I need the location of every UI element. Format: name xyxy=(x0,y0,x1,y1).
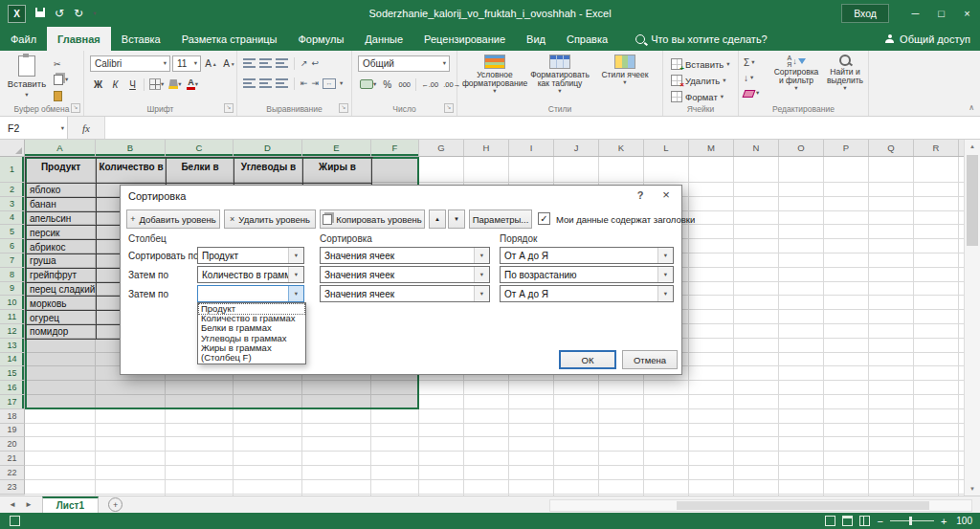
tab-Разметка страницы[interactable]: Разметка страницы xyxy=(171,27,288,51)
cell-A11[interactable]: огурец xyxy=(26,311,97,325)
align-top-icon[interactable] xyxy=(243,58,256,68)
column-header-E[interactable]: E xyxy=(302,140,371,156)
column-header-D[interactable]: D xyxy=(234,140,302,156)
font-name-select[interactable]: Calibri▾ xyxy=(90,55,170,72)
signin-button[interactable]: Вход xyxy=(841,4,889,23)
sort-filter-button[interactable]: АЯ↓ Сортировка и фильтр ▾ xyxy=(771,55,821,108)
column-header-C[interactable]: C xyxy=(166,140,234,156)
row-header-14[interactable]: 14 xyxy=(0,353,25,367)
horizontal-scrollbar[interactable] xyxy=(549,499,972,512)
combo-arrow-icon[interactable]: ▾ xyxy=(474,267,489,282)
italic-button[interactable]: К xyxy=(107,77,123,92)
wrap-text-icon[interactable]: ↩ xyxy=(312,58,320,68)
dialog-close-icon[interactable]: × xyxy=(658,187,674,202)
merge-center-icon[interactable] xyxy=(323,78,336,89)
sort-on-select-2[interactable]: Значения ячеек▾ xyxy=(320,266,490,283)
clear-button[interactable]: ▾ xyxy=(744,87,759,99)
column-header-I[interactable]: I xyxy=(509,140,554,156)
row-header-20[interactable]: 20 xyxy=(0,437,25,452)
move-level-up-button[interactable]: ▲ xyxy=(429,209,446,229)
row-header-6[interactable]: 6 xyxy=(0,239,25,253)
tab-Файл[interactable]: Файл xyxy=(0,27,47,51)
row-header-23[interactable]: 23 xyxy=(0,480,25,495)
options-button[interactable]: Параметры... xyxy=(469,209,532,229)
header-cell-B1[interactable]: Количество в xyxy=(97,158,167,184)
vertical-scroll-thumb[interactable] xyxy=(967,155,978,246)
undo-icon[interactable]: ↺ xyxy=(55,7,64,20)
header-cell-C1[interactable]: Белки в xyxy=(167,158,234,184)
sort-on-select-3[interactable]: Значения ячеек▾ xyxy=(320,285,490,302)
sheet-nav-left-icon[interactable]: ◄ xyxy=(9,500,16,509)
tab-Рецензирование[interactable]: Рецензирование xyxy=(413,27,516,51)
vertical-scrollbar[interactable]: ▲ ▼ xyxy=(964,140,980,496)
decrease-indent-icon[interactable]: ⇤ xyxy=(301,78,308,88)
currency-format-button[interactable]: ▾ xyxy=(358,77,378,92)
row-header-21[interactable]: 21 xyxy=(0,452,25,466)
combo-arrow-icon[interactable]: ▾ xyxy=(288,286,303,301)
column-header-J[interactable]: J xyxy=(554,140,599,156)
normal-view-icon[interactable] xyxy=(825,516,835,526)
underline-button[interactable]: Ч xyxy=(124,77,141,92)
save-icon[interactable] xyxy=(35,7,45,20)
order-select-3[interactable]: От А до Я▾ xyxy=(500,285,674,302)
column-header-O[interactable]: O xyxy=(779,140,824,156)
autosum-button[interactable]: Σ▾ xyxy=(744,56,759,69)
ok-button[interactable]: ОК xyxy=(559,350,616,369)
delete-level-button[interactable]: ×Удалить уровень xyxy=(224,209,316,229)
row-header-1[interactable]: 1 xyxy=(0,157,25,183)
row-header-19[interactable]: 19 xyxy=(0,424,25,438)
add-sheet-button[interactable]: + xyxy=(108,497,122,512)
insert-cells-button[interactable]: Вставить ▾ xyxy=(671,57,730,71)
sort-on-select-1[interactable]: Значения ячеек▾ xyxy=(320,247,490,264)
combo-arrow-icon[interactable]: ▾ xyxy=(288,267,303,282)
maximize-icon[interactable]: □ xyxy=(928,0,954,27)
tab-Вставка[interactable]: Вставка xyxy=(111,27,171,51)
scroll-down-icon[interactable]: ▼ xyxy=(965,486,980,492)
tab-Вид[interactable]: Вид xyxy=(516,27,556,51)
tab-Формулы[interactable]: Формулы xyxy=(287,27,354,51)
sheet-nav-right-icon[interactable]: ► xyxy=(25,500,33,509)
collapse-ribbon-icon[interactable]: ∧ xyxy=(969,103,974,112)
sort-column-select-3[interactable]: ▾ xyxy=(197,285,304,302)
orientation-icon[interactable]: ↗ xyxy=(301,58,308,68)
row-header-2[interactable]: 2 xyxy=(0,183,25,197)
column-header-Q[interactable]: Q xyxy=(869,140,914,156)
row-header-16[interactable]: 16 xyxy=(0,381,25,395)
cell-A12[interactable]: помидор xyxy=(26,325,97,340)
headers-checkbox[interactable]: ✓ xyxy=(538,212,550,225)
row-header-3[interactable]: 3 xyxy=(0,197,25,211)
increase-decimal-button[interactable]: ←.00 xyxy=(419,77,440,92)
column-option[interactable]: (Столбец F) xyxy=(199,353,304,363)
row-header-4[interactable]: 4 xyxy=(0,211,25,226)
qat-customize-icon[interactable]: ▾ xyxy=(93,11,96,17)
close-icon[interactable]: × xyxy=(954,0,980,27)
font-dialog-launcher-icon[interactable]: ↘ xyxy=(224,103,234,113)
formula-input[interactable] xyxy=(105,117,980,139)
move-level-down-button[interactable]: ▼ xyxy=(448,209,465,229)
row-header-17[interactable]: 17 xyxy=(0,395,25,409)
row-header-22[interactable]: 22 xyxy=(0,466,25,480)
find-select-button[interactable]: Найти и выделить ▾ xyxy=(823,55,867,108)
format-as-table-button[interactable]: Форматировать как таблицу ▾ xyxy=(528,55,591,108)
column-header-A[interactable]: A xyxy=(25,140,96,156)
font-color-button[interactable]: А▾ xyxy=(185,77,201,92)
page-break-view-icon[interactable] xyxy=(859,516,870,526)
share-button[interactable]: Общий доступ xyxy=(885,27,970,51)
cell-A4[interactable]: апельсин xyxy=(26,212,97,227)
redo-icon[interactable]: ↻ xyxy=(74,7,83,20)
font-size-select[interactable]: 11▾ xyxy=(172,55,201,72)
row-header-13[interactable]: 13 xyxy=(0,339,25,353)
zoom-slider-thumb[interactable] xyxy=(909,517,912,525)
minimize-icon[interactable]: ─ xyxy=(902,0,928,27)
column-option[interactable]: Жиры в граммах xyxy=(199,343,304,353)
cancel-button[interactable]: Отмена xyxy=(622,350,678,369)
sort-column-select-1[interactable]: Продукт▾ xyxy=(197,247,304,264)
combo-arrow-icon[interactable]: ▾ xyxy=(474,286,489,301)
cell-A7[interactable]: груша xyxy=(26,254,97,269)
order-select-1[interactable]: От А до Я▾ xyxy=(500,247,674,264)
row-header-8[interactable]: 8 xyxy=(0,268,25,282)
column-option[interactable]: Количество в граммах xyxy=(199,314,304,323)
row-header-12[interactable]: 12 xyxy=(0,324,25,339)
cell-A9[interactable]: перец сладкий xyxy=(26,283,97,298)
percent-format-button[interactable]: % xyxy=(379,77,395,92)
